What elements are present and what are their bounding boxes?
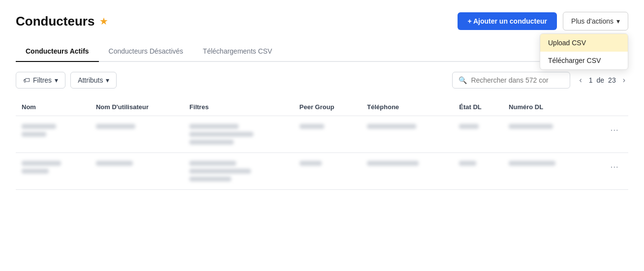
- add-conductor-button[interactable]: + Ajouter un conducteur: [458, 12, 557, 30]
- prev-page-button[interactable]: ‹: [576, 75, 584, 86]
- table-container: Nom Nom D'utilisateur Filtres Peer Group…: [16, 98, 628, 190]
- table-row: ···: [16, 153, 628, 190]
- cell-numero: [503, 116, 588, 153]
- col-nom: Nom: [16, 98, 90, 116]
- cell-telephone: [361, 116, 453, 153]
- search-input[interactable]: [471, 76, 564, 84]
- chevron-down-icon: ▾: [616, 17, 620, 25]
- tab-conducteurs-actifs[interactable]: Conducteurs Actifs: [16, 42, 99, 62]
- tab-conducteurs-desactives[interactable]: Conducteurs Désactivés: [99, 42, 193, 62]
- cell-username: [90, 116, 184, 153]
- table-row: ···: [16, 116, 628, 153]
- toolbar: 🏷 Filtres ▾ Attributs ▾ 🔍 ‹ 1 de 23 ›: [16, 72, 628, 89]
- filters-label: Filtres: [33, 76, 52, 84]
- cell-nom: [16, 116, 90, 153]
- actions-dropdown: Upload CSV Télécharger CSV: [540, 33, 628, 70]
- page-title: Conducteurs: [16, 14, 94, 29]
- page-separator: de: [597, 76, 605, 84]
- filters-button[interactable]: 🏷 Filtres ▾: [16, 72, 65, 89]
- cell-telephone: [361, 153, 453, 190]
- row-actions-button[interactable]: ···: [594, 124, 622, 135]
- more-actions-button[interactable]: Plus d'actions ▾: [563, 12, 628, 30]
- pagination: ‹ 1 de 23 ›: [576, 75, 628, 86]
- cell-filtres: [184, 153, 293, 190]
- total-pages: 23: [608, 76, 616, 84]
- upload-csv-item[interactable]: Upload CSV: [540, 34, 628, 52]
- col-numero-dl: Numéro DL: [503, 98, 588, 116]
- next-page-button[interactable]: ›: [620, 75, 628, 86]
- cell-etat: [453, 153, 503, 190]
- search-box: 🔍: [452, 72, 570, 89]
- toolbar-right: 🔍 ‹ 1 de 23 ›: [452, 72, 628, 89]
- current-page: 1: [589, 76, 593, 84]
- cell-peer-group: [294, 153, 362, 190]
- data-table: Nom Nom D'utilisateur Filtres Peer Group…: [16, 98, 628, 190]
- col-actions: [588, 98, 628, 116]
- add-conductor-label: + Ajouter un conducteur: [467, 17, 547, 25]
- cell-peer-group: [294, 116, 362, 153]
- col-peer-group: Peer Group: [294, 98, 362, 116]
- filters-chevron-icon: ▾: [55, 76, 58, 84]
- col-telephone: Téléphone: [361, 98, 453, 116]
- tab-telechargements-csv[interactable]: Téléchargements CSV: [193, 42, 282, 62]
- page-header: Conducteurs ★ + Ajouter un conducteur Pl…: [16, 12, 628, 30]
- cell-etat: [453, 116, 503, 153]
- attributes-label: Attributs: [78, 76, 103, 84]
- favorite-star-icon[interactable]: ★: [99, 15, 108, 27]
- download-csv-item[interactable]: Télécharger CSV: [540, 52, 628, 69]
- col-username: Nom D'utilisateur: [90, 98, 184, 116]
- title-group: Conducteurs ★: [16, 14, 108, 29]
- attributes-chevron-icon: ▾: [106, 76, 109, 84]
- table-header-row: Nom Nom D'utilisateur Filtres Peer Group…: [16, 98, 628, 116]
- toolbar-left: 🏷 Filtres ▾ Attributs ▾: [16, 72, 117, 89]
- cell-numero: [503, 153, 588, 190]
- tabs-container: Conducteurs Actifs Conducteurs Désactivé…: [16, 42, 628, 62]
- cell-username: [90, 153, 184, 190]
- more-actions-label: Plus d'actions: [571, 17, 613, 25]
- cell-filtres: [184, 116, 293, 153]
- col-filtres: Filtres: [184, 98, 293, 116]
- upload-csv-label: Upload CSV: [548, 39, 586, 47]
- cell-nom: [16, 153, 90, 190]
- col-etat-dl: État DL: [453, 98, 503, 116]
- search-icon: 🔍: [459, 76, 467, 84]
- cell-row-actions: ···: [588, 153, 628, 190]
- header-actions: + Ajouter un conducteur Plus d'actions ▾…: [458, 12, 628, 30]
- cell-row-actions: ···: [588, 116, 628, 153]
- download-csv-label: Télécharger CSV: [548, 57, 601, 64]
- tag-icon: 🏷: [23, 76, 30, 84]
- attributes-button[interactable]: Attributs ▾: [70, 72, 117, 89]
- row-actions-button[interactable]: ···: [594, 161, 622, 172]
